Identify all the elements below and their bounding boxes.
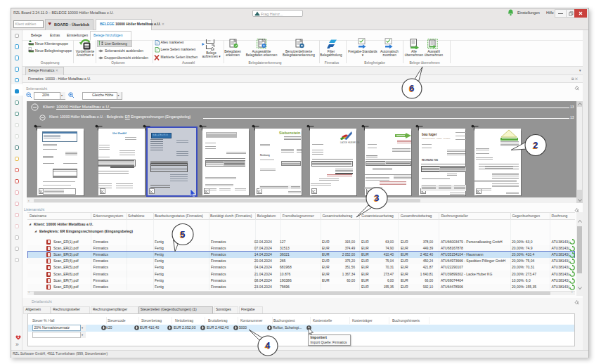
svg-text:5: 5 — [181, 230, 186, 240]
svg-text:6: 6 — [410, 84, 415, 93]
svg-text:3: 3 — [375, 193, 380, 203]
svg-text:4: 4 — [266, 341, 271, 351]
svg-text:2: 2 — [534, 141, 538, 150]
